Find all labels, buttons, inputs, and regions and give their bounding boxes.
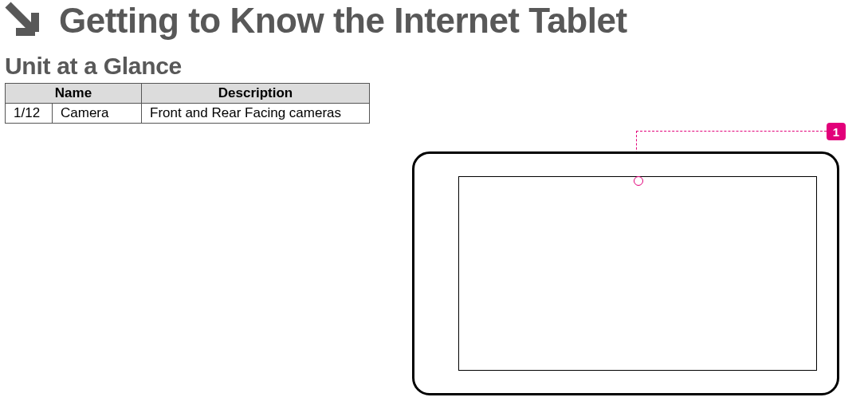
down-right-arrow-icon xyxy=(3,0,45,41)
col-header-description: Description xyxy=(142,84,370,104)
callout-leader-horizontal xyxy=(636,131,827,132)
section-title: Unit at a Glance xyxy=(5,53,868,80)
table-row: 1/12 Camera Front and Rear Facing camera… xyxy=(6,104,370,124)
page-title: Getting to Know the Internet Tablet xyxy=(59,1,627,41)
tablet-screen xyxy=(458,176,817,371)
table-header-row: Name Description xyxy=(6,84,370,104)
col-header-name: Name xyxy=(6,84,142,104)
page-title-block: Getting to Know the Internet Tablet xyxy=(0,0,868,41)
cell-description: Front and Rear Facing cameras xyxy=(142,104,370,124)
tablet-outline xyxy=(412,151,839,395)
parts-table: Name Description 1/12 Camera Front and R… xyxy=(5,83,370,124)
camera-callout-marker xyxy=(634,176,643,186)
cell-num: 1/12 xyxy=(6,104,53,124)
tablet-figure: 1 xyxy=(412,136,850,399)
cell-name: Camera xyxy=(53,104,142,124)
callout-badge: 1 xyxy=(827,123,846,140)
